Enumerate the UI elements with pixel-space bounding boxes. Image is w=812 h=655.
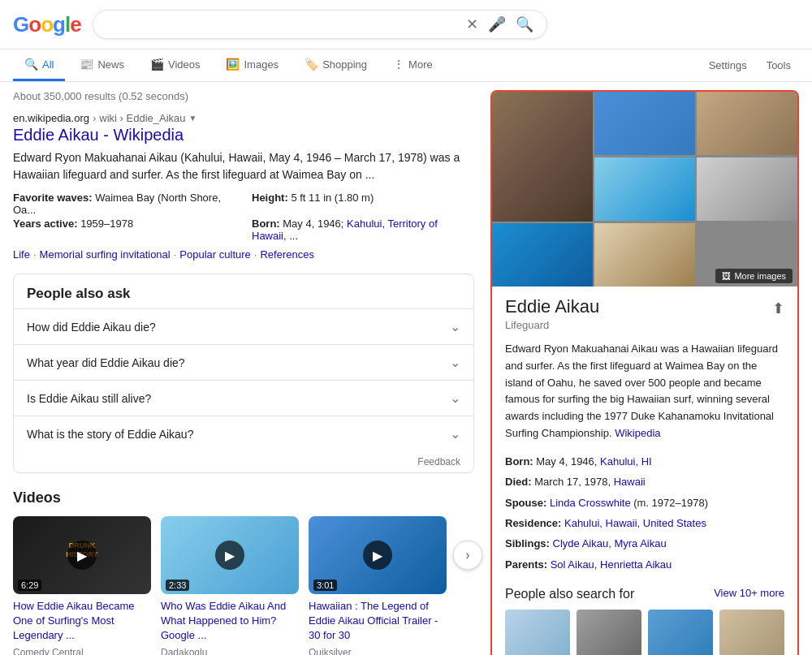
search-submit-icon[interactable]: 🔍 (516, 15, 533, 33)
paa-item-1[interactable]: How did Eddie Aikau die? ⌄ (14, 308, 473, 344)
kp-fact-spouse: Spouse: Linda Crosswhite (m. 1972–1978) (505, 493, 784, 512)
tab-all[interactable]: 🔍 All (13, 50, 65, 81)
wiki-links: Life · Memorial surfing invitational · P… (13, 248, 474, 261)
tab-videos[interactable]: 🎬 Videos (139, 50, 212, 81)
pask-thumb-duke (577, 610, 641, 655)
video-thumb-3: ▶ 3:01 (309, 516, 447, 594)
wiki-link-memorial[interactable]: Memorial surfing invitational (40, 248, 171, 261)
residence-link-kahului[interactable]: Kahului (564, 517, 599, 529)
born-link-kahului[interactable]: Kahului, HI (600, 455, 652, 468)
wiki-link-popular[interactable]: Popular culture (179, 248, 250, 261)
kp-sub-image-4[interactable] (697, 157, 797, 221)
google-logo: Google (13, 12, 81, 37)
videos-section: Videos DRUNKHISTORY ▶ 6:29 How Eddie Aik… (13, 489, 474, 655)
sibling-link-myra[interactable]: Myra Aikau (614, 537, 666, 549)
mic-icon[interactable]: 🎤 (488, 15, 506, 33)
main-layout: About 350,000 results (0.52 seconds) en.… (0, 82, 812, 655)
video-source-3: Quiksilver YouTube - Sep 11, 2013 (309, 647, 447, 655)
paa-item-3[interactable]: Is Eddie Aikau still alive? ⌄ (14, 380, 473, 416)
videos-icon: 🎬 (150, 58, 164, 71)
parent-link-sol[interactable]: Sol Aikau (551, 558, 594, 571)
clear-icon[interactable]: ✕ (466, 15, 478, 33)
paa-item-4[interactable]: What is the story of Eddie Aikau? ⌄ (14, 416, 473, 451)
video-play-icon-3[interactable]: ▶ (363, 541, 392, 570)
video-play-icon-1[interactable]: ▶ (67, 541, 97, 570)
kp-wiki-link[interactable]: Wikipedia (615, 427, 660, 439)
chevron-down-icon: ⌄ (450, 426, 460, 442)
video-title-1[interactable]: How Eddie Aikau Became One of Surfing's … (13, 599, 151, 644)
kp-sub-image-6[interactable] (594, 223, 695, 287)
kp-description: Edward Ryon Makuahanai Aikau was a Hawai… (505, 341, 784, 442)
shopping-icon: 🏷️ (304, 58, 318, 71)
kp-fact-born: Born: May 4, 1946, Kahului, HI (505, 452, 784, 471)
pask-thumb-nainoa (719, 610, 784, 655)
tab-news[interactable]: 📰 News (68, 50, 136, 81)
people-also-search: People also search for View 10+ more Cly… (505, 575, 784, 655)
nav-tabs: 🔍 All 📰 News 🎬 Videos 🖼️ Images 🏷️ Shopp… (0, 50, 812, 82)
wiki-result: en.wikipedia.org › wiki › Eddie_Aikau ▼ … (13, 112, 474, 261)
wiki-link-references[interactable]: References (260, 248, 313, 261)
paa-item-2[interactable]: What year did Eddie Aikau die? ⌄ (14, 344, 473, 380)
left-column: About 350,000 results (0.52 seconds) en.… (13, 90, 490, 655)
video-source-1: Comedy Central YouTube - Aug 22, 2019 (13, 647, 151, 655)
search-input[interactable]: Eddie Aikau (106, 17, 466, 32)
video-source-2: Dadakoglu YouTube - May 4, 2019 (161, 647, 299, 655)
video-title-2[interactable]: Who Was Eddie Aikau And What Happened to… (161, 599, 299, 644)
kp-fact-parents: Parents: Sol Aikau, Henrietta Aikau (505, 555, 784, 574)
video-thumb-2: ▶ 2:33 (161, 516, 299, 594)
died-link-hawaii[interactable]: Hawaii (614, 476, 646, 488)
kp-sub-image-2[interactable] (697, 92, 797, 155)
pask-thumb-mark (648, 610, 713, 655)
pask-thumb-clyde (505, 610, 570, 655)
video-duration-3: 3:01 (313, 580, 337, 591)
wiki-fact-born: Born: May 4, 1946; Kahului, Territory of… (252, 218, 474, 242)
settings-link[interactable]: Settings (701, 51, 755, 80)
kp-sub-image-3[interactable] (594, 157, 695, 221)
video-card-2[interactable]: ▶ 2:33 Who Was Eddie Aikau And What Happ… (161, 516, 299, 655)
kp-facts: Born: May 4, 1946, Kahului, HI Died: Mar… (505, 452, 784, 574)
video-card-1[interactable]: DRUNKHISTORY ▶ 6:29 How Eddie Aikau Beca… (13, 516, 151, 655)
wiki-fact-height: Height: 5 ft 11 in (1.80 m) (252, 192, 474, 216)
pask-row: Clyde Aikau Brother Duke Kahanam... Mark… (505, 610, 784, 655)
share-icon[interactable]: ⬆ (772, 299, 784, 317)
tab-shopping[interactable]: 🏷️ Shopping (293, 50, 378, 81)
tab-more[interactable]: ⋮ More (382, 50, 444, 81)
more-images-button[interactable]: 🖼 More images (715, 269, 793, 283)
kp-main-image[interactable] (492, 92, 593, 222)
sibling-link-clyde[interactable]: Clyde Aikau (553, 537, 609, 549)
search-box: Eddie Aikau ✕ 🎤 🔍 (93, 10, 547, 39)
residence-link-hawaii[interactable]: Hawaii (606, 517, 637, 529)
pask-title-row: People also search for View 10+ more (505, 575, 784, 610)
wiki-link-life[interactable]: Life (13, 248, 30, 261)
video-title-3[interactable]: Hawaiian : The Legend of Eddie Aikau Off… (309, 599, 447, 644)
wiki-domain: en.wikipedia.org (13, 112, 89, 124)
search-header: Google Eddie Aikau ✕ 🎤 🔍 (0, 0, 812, 50)
dropdown-icon[interactable]: ▼ (189, 114, 197, 123)
pask-card-duke[interactable]: Duke Kahanam... (577, 610, 641, 655)
video-play-icon-2[interactable]: ▶ (215, 541, 244, 570)
chevron-down-icon: ⌄ (450, 390, 460, 406)
pask-view-more[interactable]: View 10+ more (714, 587, 784, 599)
pask-card-clyde[interactable]: Clyde Aikau Brother (505, 610, 570, 655)
tools-link[interactable]: Tools (758, 51, 799, 80)
kp-sub-image-1[interactable] (594, 92, 695, 155)
chevron-down-icon: ⌄ (450, 319, 460, 334)
residence-link-us[interactable]: United States (643, 517, 706, 529)
videos-next-button[interactable]: › (453, 541, 482, 570)
kp-subtitle: Lifeguard (505, 319, 784, 331)
kp-sub-image-5[interactable] (492, 223, 593, 287)
video-card-3[interactable]: ▶ 3:01 Hawaiian : The Legend of Eddie Ai… (309, 516, 447, 655)
parent-link-henrietta[interactable]: Henrietta Aikau (600, 558, 672, 571)
wiki-title[interactable]: Eddie Aikau - Wikipedia (13, 126, 474, 144)
pask-card-nainoa[interactable]: Nainoa Thompson (719, 610, 784, 655)
tab-images[interactable]: 🖼️ Images (214, 50, 290, 81)
spouse-link[interactable]: Linda Crosswhite (550, 497, 631, 509)
pask-title: People also search for (505, 587, 634, 601)
paa-feedback[interactable]: Feedback (14, 451, 473, 472)
kp-name: Eddie Aikau (505, 296, 784, 317)
wiki-breadcrumb: wiki › Eddie_Aikau (99, 112, 185, 124)
wiki-fact-fav-waves: Favorite waves: Waimea Bay (North Shore,… (13, 192, 235, 216)
search-box-icons: ✕ 🎤 🔍 (466, 15, 533, 33)
pask-card-mark[interactable]: Mark Foo (648, 610, 713, 655)
kp-images: 🖼 More images (492, 92, 797, 287)
